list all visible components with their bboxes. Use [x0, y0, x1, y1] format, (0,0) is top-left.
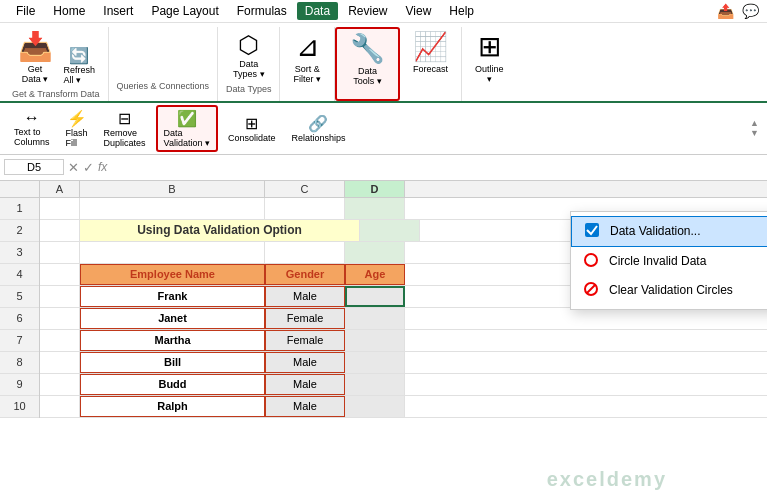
data-tools-button[interactable]: 🔧 DataTools ▾ — [345, 31, 390, 89]
cell-b10[interactable]: Ralph — [80, 396, 265, 417]
cell-d9[interactable] — [345, 374, 405, 395]
cell-a10[interactable] — [40, 396, 80, 417]
menu-home[interactable]: Home — [45, 2, 93, 20]
cell-b5[interactable]: Frank — [80, 286, 265, 307]
relationships-button[interactable]: 🔗 Relationships — [285, 112, 351, 145]
data-validation-button[interactable]: ✅ DataValidation ▾ — [156, 105, 218, 152]
cell-d6[interactable] — [345, 308, 405, 329]
refresh-label: RefreshAll ▾ — [64, 65, 96, 85]
menu-file[interactable]: File — [8, 2, 43, 20]
dropdown-menu: Data Validation... Circle Invalid Data C… — [570, 211, 767, 310]
cell-d10[interactable] — [345, 396, 405, 417]
cell-c3[interactable] — [265, 242, 345, 263]
share-icon[interactable]: 📤 — [717, 3, 734, 19]
menu-formulas[interactable]: Formulas — [229, 2, 295, 20]
menu-help[interactable]: Help — [441, 2, 482, 20]
menu-data[interactable]: Data — [297, 2, 338, 20]
cell-a6[interactable] — [40, 308, 80, 329]
cell-c10[interactable]: Male — [265, 396, 345, 417]
cell-a8[interactable] — [40, 352, 80, 373]
comments-icon[interactable]: 💬 — [742, 3, 759, 19]
consolidate-button[interactable]: ⊞ Consolidate — [222, 112, 282, 145]
dropdown-container: Data Validation... Circle Invalid Data C… — [570, 211, 767, 310]
table-row: Martha Female — [40, 330, 767, 352]
relationships-label: Relationships — [291, 133, 345, 143]
sort-filter-button[interactable]: ⊿ Sort &Filter ▾ — [288, 29, 326, 87]
cell-a7[interactable] — [40, 330, 80, 351]
cell-reference[interactable] — [4, 159, 64, 175]
spreadsheet-area: A B C D 1 2 3 4 5 6 7 8 9 10 — [0, 181, 767, 501]
outline-button[interactable]: ⊞ Outline▾ — [470, 29, 509, 87]
cell-d2[interactable] — [360, 220, 420, 241]
cell-b3[interactable] — [80, 242, 265, 263]
cancel-icon[interactable]: ✕ — [68, 160, 79, 175]
cell-d8[interactable] — [345, 352, 405, 373]
cell-a4[interactable] — [40, 264, 80, 285]
data-types-button[interactable]: ⬡ DataTypes ▾ — [228, 29, 270, 82]
bill-gender: Male — [293, 356, 317, 368]
cell-a3[interactable] — [40, 242, 80, 263]
cell-a2[interactable] — [40, 220, 80, 241]
circle-icon — [583, 252, 601, 271]
cell-b1[interactable] — [80, 198, 265, 219]
cell-b6[interactable]: Janet — [80, 308, 265, 329]
cell-d1[interactable] — [345, 198, 405, 219]
cell-b7[interactable]: Martha — [80, 330, 265, 351]
cell-c7[interactable]: Female — [265, 330, 345, 351]
ribbon-scroll[interactable]: ▲ ▼ — [750, 118, 759, 138]
cell-b4-header[interactable]: Employee Name — [80, 264, 265, 285]
cell-c8[interactable]: Male — [265, 352, 345, 373]
confirm-icon[interactable]: ✓ — [83, 160, 94, 175]
remove-duplicates-button[interactable]: ⊟ RemoveDuplicates — [98, 107, 152, 150]
data-types-label2: Data Types — [226, 84, 271, 96]
menu-view[interactable]: View — [398, 2, 440, 20]
forecast-icon: 📈 — [413, 32, 448, 63]
bill-cell: Bill — [164, 356, 181, 368]
circle-invalid-option[interactable]: Circle Invalid Data — [571, 247, 767, 276]
get-data-button[interactable]: 📥 GetData ▾ — [13, 29, 58, 87]
data-tools-group: 🔧 DataTools ▾ — [335, 27, 400, 101]
martha-gender: Female — [287, 334, 324, 346]
gender-header: Gender — [286, 268, 325, 280]
row-header-6: 6 — [0, 308, 39, 330]
cell-c5[interactable]: Male — [265, 286, 345, 307]
relationships-icon: 🔗 — [308, 114, 328, 133]
cell-d7[interactable] — [345, 330, 405, 351]
cell-c4-header[interactable]: Gender — [265, 264, 345, 285]
data-types-group: ⬡ DataTypes ▾ Data Types — [218, 27, 280, 101]
ribbon: 📥 GetData ▾ 🔄 RefreshAll ▾ Get & Transfo… — [0, 23, 767, 103]
menu-insert[interactable]: Insert — [95, 2, 141, 20]
cell-c1[interactable] — [265, 198, 345, 219]
forecast-button[interactable]: 📈 Forecast — [408, 29, 453, 77]
frank-cell: Frank — [158, 290, 188, 302]
formula-input[interactable] — [111, 160, 763, 174]
text-to-columns-button[interactable]: ↔ Text toColumns — [8, 107, 56, 149]
flash-fill-button[interactable]: ⚡ FlashFill — [60, 107, 94, 150]
col-header-b: B — [80, 181, 265, 197]
col-header-c: C — [265, 181, 345, 197]
cell-d4-header[interactable]: Age — [345, 264, 405, 285]
menu-page-layout[interactable]: Page Layout — [143, 2, 226, 20]
cell-d3[interactable] — [345, 242, 405, 263]
cell-c9[interactable]: Male — [265, 374, 345, 395]
data-types-icon: ⬡ — [238, 32, 259, 58]
cell-b9[interactable]: Budd — [80, 374, 265, 395]
cell-a1[interactable] — [40, 198, 80, 219]
forecast-label: Forecast — [413, 64, 448, 74]
cell-a5[interactable] — [40, 286, 80, 307]
insert-function-icon[interactable]: fx — [98, 160, 107, 174]
row-header-3: 3 — [0, 242, 39, 264]
formula-bar: ✕ ✓ fx — [0, 155, 767, 181]
data-validation-option[interactable]: Data Validation... — [571, 216, 767, 247]
menu-review[interactable]: Review — [340, 2, 395, 20]
cell-b8[interactable]: Bill — [80, 352, 265, 373]
clear-icon — [583, 281, 601, 300]
cell-b2-title[interactable]: Using Data Validation Option — [80, 220, 360, 241]
clear-validation-option[interactable]: Clear Validation Circles — [571, 276, 767, 305]
cell-d5[interactable] — [345, 286, 405, 307]
dv-icon — [584, 222, 602, 241]
refresh-all-button[interactable]: 🔄 RefreshAll ▾ — [60, 44, 100, 87]
cell-c6[interactable]: Female — [265, 308, 345, 329]
cell-a9[interactable] — [40, 374, 80, 395]
table-row: Bill Male — [40, 352, 767, 374]
